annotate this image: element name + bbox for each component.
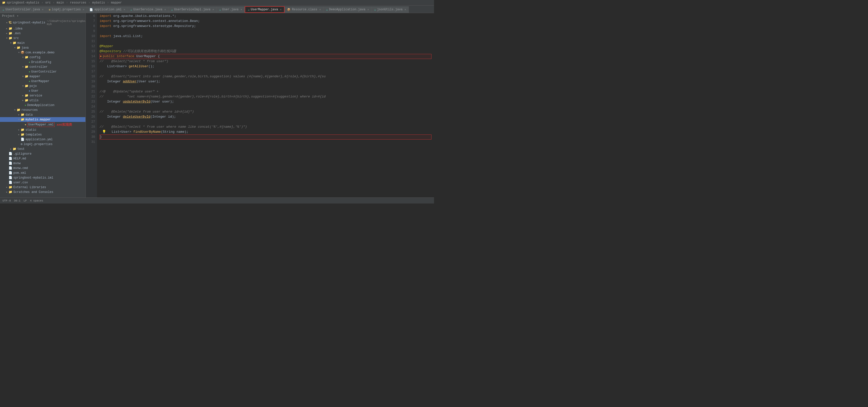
sidebar-item-pojo[interactable]: ▾ 📁 pojo [0, 83, 86, 89]
tab-jsonUtils[interactable]: ☕ jsonUtils.java ✕ [372, 6, 409, 13]
status-bar: UTF-8 30:1 LF 4 spaces [0, 198, 434, 203]
code-line-13: @Repository //可以去除其他调用地方画红线问题 [99, 49, 432, 54]
sidebar-item-mvnw[interactable]: ▸ 📄 mvnw [0, 161, 86, 166]
sidebar-item-HELP[interactable]: ▸ 📄 HELP.md [0, 156, 86, 161]
code-line-21: //@ @Update("update user" + [99, 89, 432, 94]
code-line-6: import org.apache.ibatis.annotations.*; [99, 13, 432, 19]
code-line-9 [99, 29, 432, 34]
sidebar-item-java[interactable]: ▾ 📁 java [0, 45, 86, 50]
code-content[interactable]: import org.apache.ibatis.annotations.*; … [97, 13, 434, 198]
code-line-11 [99, 39, 432, 44]
java-icon: ☕ [130, 8, 132, 11]
sidebar-item-data[interactable]: ▸ 📁 data [0, 112, 86, 117]
tab-UserController[interactable]: ☕ UserController.java ✕ [0, 6, 46, 13]
sidebar-item-mvnw-cmd[interactable]: ▸ 📄 mvnw.cmd [0, 166, 86, 170]
tab-bar: ☕ UserController.java ✕ ⚙ log4j.properti… [0, 5, 434, 13]
tab-User[interactable]: ☕ User.java ✕ [217, 6, 245, 13]
tab-UserServiceImpl[interactable]: ☕ UserServiceImpl.java ✕ [168, 6, 217, 13]
sidebar-item-static[interactable]: ▸ 📁 static [0, 128, 86, 132]
code-line-16: List<User> getAllUser(); [99, 64, 432, 69]
sidebar-item-external[interactable]: ▸ 📁 External Libraries [0, 185, 86, 190]
java-icon: ☕ [326, 8, 328, 11]
sidebar-item-controller[interactable]: ▾ 📁 controller [0, 65, 86, 69]
code-line-30: } [99, 135, 432, 139]
sidebar-item-pom[interactable]: ▸ 📄 pom.xml [0, 170, 86, 175]
code-line-27 [99, 120, 432, 125]
tab-log4j[interactable]: ⚙ log4j.properties ✕ [46, 6, 87, 13]
sidebar-item-log4j-props[interactable]: ▸ ⚙ log4j.properties [0, 142, 86, 146]
tab-close-icon[interactable]: ✕ [124, 8, 125, 11]
status-crlf[interactable]: LF [24, 199, 27, 202]
sidebar-item-templates[interactable]: ▸ 📁 templates [0, 132, 86, 137]
sidebar-item-mvn[interactable]: ▸ 📁 .mvn [0, 31, 86, 36]
props-icon: ⚙ [49, 8, 51, 11]
tab-close-icon[interactable]: ✕ [319, 8, 321, 11]
breadcrumb-project[interactable]: 📁 springboot-mybatis [2, 1, 39, 4]
sidebar-item-scratches[interactable]: ▸ 📁 Scratches and Consoles [0, 190, 86, 195]
sidebar-item-src[interactable]: ▾ 📁 src [0, 36, 86, 40]
tab-Resource[interactable]: 📦 Resource.class ✕ [284, 6, 323, 13]
sidebar-item-iml[interactable]: ▸ 📄 springboot-mybatis.iml [0, 175, 86, 180]
sidebar-item-config[interactable]: ▾ 📁 config [0, 55, 86, 60]
breadcrumb-src[interactable]: src [45, 1, 51, 4]
sidebar-item-mybatis-mapper[interactable]: ▾ 📁 mybatis.mapper [0, 117, 86, 122]
tab-close-icon[interactable]: ✕ [368, 8, 369, 11]
project-label: Project [2, 14, 14, 18]
breadcrumb-mapper[interactable]: mapper [111, 1, 122, 4]
tab-close-icon[interactable]: ✕ [213, 8, 214, 11]
java-icon: ☕ [248, 8, 249, 11]
code-line-31 [99, 139, 432, 144]
breadcrumb-resources[interactable]: resources [70, 1, 86, 4]
sidebar-item-idea[interactable]: ▸ 📁 .idea [0, 26, 86, 31]
code-line-26: Integer deleteUserById(Integer id); [99, 114, 432, 120]
code-line-29: 💡 List<User> findUserByName(String name)… [99, 130, 432, 135]
sidebar-item-service[interactable]: ▸ 📁 service [0, 93, 86, 98]
tab-UserMapper[interactable]: ☕ UserMapper.java ✕ [245, 6, 284, 13]
sidebar-item-root[interactable]: ▾ 🏗 springboot-mybatis ~/IdeaProjects/sp… [0, 19, 86, 26]
tab-close-icon[interactable]: ✕ [164, 8, 166, 11]
sidebar-item-test[interactable]: ▸ 📁 test [0, 146, 86, 151]
java-icon: ☕ [219, 8, 221, 11]
sidebar-item-DruidConfig[interactable]: ▸ ● DruidConfig [0, 60, 86, 65]
code-line-15: // @Select("select * from user") [99, 59, 432, 64]
code-line-19: Integer addUser(User user); [99, 79, 432, 84]
tab-application-yml[interactable]: 📄 application.yml ✕ [87, 6, 128, 13]
sidebar-header: Project ▾ [0, 13, 86, 19]
sidebar-item-mapper[interactable]: ▾ 📁 mapper [0, 74, 86, 79]
sidebar-item-utils[interactable]: ▸ 📁 utils [0, 98, 86, 103]
sidebar-item-gitignore[interactable]: ▸ 📄 .gitignore [0, 151, 86, 156]
tab-DemoApplication[interactable]: ☕ DemoApplication.java ✕ [323, 6, 372, 13]
sidebar-item-DemoApplication[interactable]: ▸ ● DemoApplication [0, 103, 86, 107]
sidebar-item-resources[interactable]: ▾ 📁 resources [0, 107, 86, 112]
sidebar-item-UserController[interactable]: ▸ ● UserController [0, 69, 86, 74]
sidebar-item-User[interactable]: ▸ ● User [0, 89, 86, 93]
code-line-25: // @Delete("delete from user where id=#{… [99, 109, 432, 114]
line-numbers: 6 7 8 9 10 11 12 13 14 15 16 17 18 19 20… [86, 13, 97, 198]
sidebar-item-UserMapper-xml[interactable]: ▸ ● UserMapper.xml xml实现类 [0, 122, 86, 128]
sidebar-item-main[interactable]: ▾ 📁 main [0, 40, 86, 45]
tab-close-icon[interactable]: ✕ [241, 8, 242, 11]
breadcrumb-main[interactable]: main [57, 1, 64, 4]
code-line-22: // "set name=#{name},gender=#{gender},ro… [99, 94, 432, 99]
sidebar-item-com[interactable]: ▾ 📦 com.example.demo [0, 50, 86, 55]
lightbulb-icon[interactable]: 💡 [102, 130, 106, 135]
yml-icon: 📄 [90, 8, 93, 11]
code-line-28: // @Select("select * from user where nam… [99, 125, 432, 130]
code-line-12: @Mapper [99, 44, 432, 49]
sidebar-item-application-yml[interactable]: ▸ 📄 application.yml [0, 137, 86, 142]
xml-annotation-label: xml实现类 [57, 123, 72, 127]
code-line-14: ● public interface UserMapper { [99, 54, 432, 59]
breadcrumb-mybatis[interactable]: mybatis [92, 1, 105, 4]
sidebar-item-UserMapper[interactable]: ▸ ● UserMapper [0, 79, 86, 83]
tab-close-icon[interactable]: ✕ [42, 8, 43, 11]
status-encoding[interactable]: UTF-8 [2, 199, 11, 202]
tab-close-icon[interactable]: ✕ [83, 8, 84, 11]
code-line-23: Integer updateUserById(User user); [99, 99, 432, 104]
class-icon: 📦 [287, 8, 290, 11]
sidebar-item-user-csv[interactable]: ▸ 📄 user.csv [0, 180, 86, 185]
status-indent[interactable]: 4 spaces [30, 199, 43, 202]
java-icon: ☕ [374, 8, 376, 11]
tab-UserService[interactable]: ☕ UserService.java ✕ [128, 6, 168, 13]
tab-close-icon[interactable]: ✕ [404, 8, 406, 11]
tab-close-icon[interactable]: ✕ [280, 8, 281, 11]
